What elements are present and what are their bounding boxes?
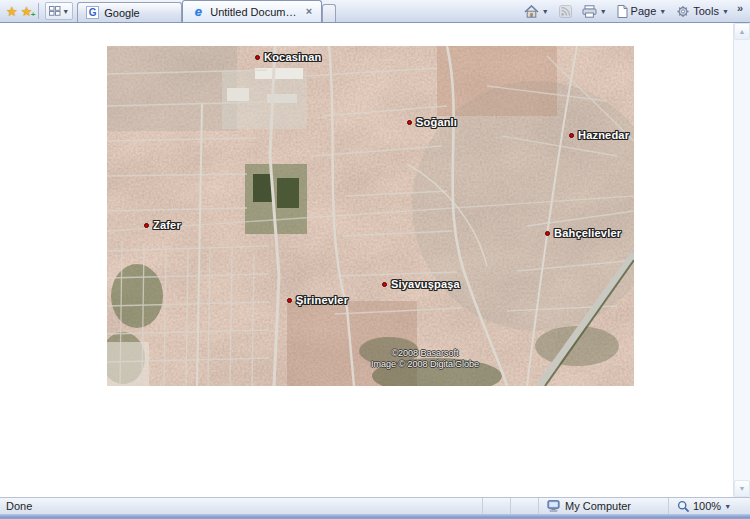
- home-icon: [524, 5, 539, 18]
- home-dropdown-icon[interactable]: ▼: [542, 8, 549, 15]
- gear-icon: [676, 5, 690, 18]
- toolbar-separator: [38, 3, 39, 19]
- printer-icon: [582, 5, 597, 18]
- tab-strip: G Google e Untitled Document ×: [77, 0, 336, 22]
- google-favicon: G: [86, 6, 99, 19]
- zoom-dropdown-icon[interactable]: ▼: [724, 503, 731, 510]
- tab-label: Untitled Document: [210, 6, 300, 18]
- plus-badge-icon: +: [31, 11, 36, 19]
- scroll-down-button[interactable]: ▼: [734, 480, 750, 497]
- status-text: Done: [0, 500, 482, 512]
- tab-untitled-document[interactable]: e Untitled Document ×: [182, 0, 322, 22]
- page-icon: [617, 5, 628, 18]
- status-pane-empty: [510, 498, 538, 514]
- new-tab-button[interactable]: [322, 4, 336, 22]
- window-bottom-frame: [0, 514, 750, 519]
- vertical-scrollbar[interactable]: ▲ ▼: [733, 23, 750, 497]
- status-bar: Done My Computer 100% ▼: [0, 497, 750, 514]
- security-zone-pane: My Computer: [538, 498, 668, 514]
- add-favorite-icon[interactable]: ★+: [21, 5, 33, 18]
- favorites-center-icon[interactable]: ★: [6, 5, 18, 18]
- tab-google[interactable]: G Google: [77, 2, 182, 22]
- rss-feed-icon: [559, 5, 572, 18]
- print-dropdown-icon[interactable]: ▼: [600, 8, 607, 15]
- tab-toolbar: ★ ★+ ▼ G Google e Untitled Document: [0, 0, 750, 23]
- tools-menu-label: Tools: [693, 5, 719, 17]
- zoom-control[interactable]: 100% ▼: [668, 498, 750, 514]
- quick-tabs-grid-icon: [49, 6, 61, 16]
- toolbar-overflow-chevron[interactable]: »: [735, 2, 746, 20]
- feeds-button[interactable]: [555, 1, 576, 21]
- my-computer-icon: [547, 500, 561, 512]
- print-button[interactable]: ▼: [578, 1, 611, 21]
- close-tab-icon[interactable]: ×: [305, 6, 313, 17]
- scroll-up-button[interactable]: ▲: [734, 23, 750, 40]
- satellite-map-image: Kocasinan Soğanlı Haznedar Zafer Bahçeli…: [107, 46, 634, 386]
- tools-menu-button[interactable]: Tools ▼: [672, 1, 733, 21]
- page-menu-button[interactable]: Page ▼: [613, 1, 671, 21]
- ie-favicon: e: [191, 5, 205, 19]
- satellite-imagery: [107, 46, 634, 386]
- page-dropdown-icon: ▼: [659, 8, 666, 15]
- page-content: Kocasinan Soğanlı Haznedar Zafer Bahçeli…: [0, 23, 750, 497]
- tools-dropdown-icon: ▼: [722, 8, 729, 15]
- security-zone-label: My Computer: [565, 500, 631, 512]
- quick-tabs-button[interactable]: ▼: [45, 2, 73, 20]
- tab-label: Google: [104, 7, 173, 19]
- status-pane-empty: [482, 498, 510, 514]
- home-button[interactable]: ▼: [520, 1, 553, 21]
- page-menu-label: Page: [631, 5, 657, 17]
- zoom-level-value: 100%: [693, 500, 721, 512]
- magnifier-icon: [677, 500, 690, 513]
- quick-tabs-dropdown-icon[interactable]: ▼: [62, 8, 69, 15]
- browser-window: ★ ★+ ▼ G Google e Untitled Document: [0, 0, 750, 519]
